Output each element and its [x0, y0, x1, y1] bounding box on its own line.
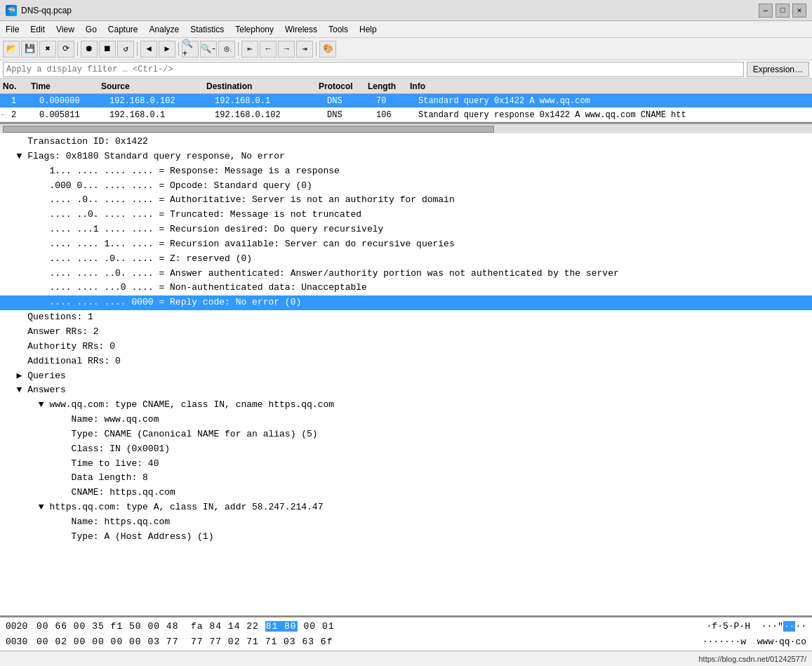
hscroll-thumb[interactable]: [3, 126, 494, 133]
hscroll-bar[interactable]: [0, 124, 812, 133]
header-source: Source: [98, 81, 204, 91]
filterbar: Expression…: [0, 60, 812, 79]
menu-wireless[interactable]: Wireless: [279, 23, 323, 36]
toolbar: 📂 💾 ✖ ⟳ ⏺ ⏹ ↺ ◀ ▶ 🔍+ 🔍- ◎ ⇤ ← → ⇥ 🎨: [0, 38, 812, 60]
maximize-button[interactable]: □: [776, 4, 790, 18]
packet-list-header: No. Time Source Destination Protocol Len…: [0, 79, 812, 94]
menu-view[interactable]: View: [51, 23, 80, 36]
packet-source: 192.168.0.1: [107, 110, 212, 120]
hex-row: 0030 00 02 00 00 00 00 03 77 77 77 02 71…: [0, 634, 812, 650]
toolbar-restart-btn[interactable]: ↺: [117, 41, 134, 58]
menu-statistics[interactable]: Statistics: [185, 23, 229, 36]
packet-no: 2: [8, 110, 36, 120]
titlebar-controls[interactable]: — □ ✕: [759, 4, 806, 18]
menu-file[interactable]: File: [0, 23, 25, 36]
row-arrow: →: [0, 97, 8, 105]
packet-time: 0.005811: [36, 110, 107, 120]
detail-line-answers[interactable]: ▼ Answers: [0, 383, 812, 398]
detail-line: Class: IN (0x0001): [0, 442, 812, 457]
packet-length: 70: [373, 96, 415, 106]
packet-protocol: DNS: [324, 110, 373, 120]
app-icon: 🦈: [6, 5, 17, 16]
packet-destination: 192.168.0.102: [212, 110, 324, 120]
detail-line: Additional RRs: 0: [0, 354, 812, 369]
toolbar-forward-btn[interactable]: ▶: [159, 41, 175, 58]
detail-line: .... .0.. .... .... = Authoritative: Ser…: [0, 193, 812, 208]
header-length: Length: [365, 81, 407, 91]
menu-go[interactable]: Go: [80, 23, 102, 36]
hex-offset: 0030: [6, 635, 31, 649]
detail-line: Answer RRs: 2: [0, 325, 812, 340]
statusbar-text: https://blog.csdn.net/01242577/: [698, 655, 806, 663]
table-row[interactable]: ← 2 0.005811 192.168.0.1 192.168.0.102 D…: [0, 108, 812, 122]
menubar: File Edit View Go Capture Analyze Statis…: [0, 21, 812, 38]
hex-pane: 0020 00 66 00 35 f1 50 00 48 fa 84 14 22…: [0, 617, 812, 651]
toolbar-colorize-btn[interactable]: 🎨: [319, 41, 336, 58]
minimize-button[interactable]: —: [759, 4, 773, 18]
detail-line-queries[interactable]: ▶ Queries: [0, 369, 812, 384]
detail-line: .... .... 1... .... = Recursion availabl…: [0, 237, 812, 252]
detail-line: Authority RRs: 0: [0, 340, 812, 354]
hex-bytes: 00 66 00 35 f1 50 00 48 fa 84 14 22 81 8…: [36, 620, 701, 634]
packet-length: 106: [373, 110, 415, 120]
titlebar-title: DNS-qq.pcap: [21, 6, 72, 15]
detail-line: 1... .... .... .... = Response: Message …: [0, 164, 812, 179]
toolbar-go-next-btn[interactable]: →: [278, 41, 295, 58]
toolbar-sep5: [316, 42, 317, 56]
toolbar-zoom-in-btn[interactable]: 🔍+: [182, 41, 199, 58]
row-arrow: ←: [0, 111, 8, 119]
detail-line: Questions: 1: [0, 310, 812, 325]
toolbar-go-first-btn[interactable]: ⇤: [241, 41, 258, 58]
packet-destination: 192.168.0.1: [212, 96, 324, 106]
toolbar-sep1: [77, 42, 78, 56]
hex-row: 0020 00 66 00 35 f1 50 00 48 fa 84 14 22…: [0, 619, 812, 634]
toolbar-zoom-normal-btn[interactable]: ◎: [218, 41, 235, 58]
expression-button[interactable]: Expression…: [747, 62, 809, 77]
detail-line-flags[interactable]: ▼ Flags: 0x8180 Standard query response,…: [0, 149, 812, 164]
detail-line: .000 0... .... .... = Opcode: Standard q…: [0, 179, 812, 194]
detail-pane[interactable]: Transaction ID: 0x1422 ▼ Flags: 0x8180 S…: [0, 133, 812, 617]
detail-line-a-record[interactable]: ▼ https.qq.com: type A, class IN, addr 5…: [0, 500, 812, 515]
toolbar-zoom-out-btn[interactable]: 🔍-: [200, 41, 217, 58]
menu-tools[interactable]: Tools: [323, 23, 354, 36]
toolbar-reload-btn[interactable]: ⟳: [58, 41, 74, 58]
menu-edit[interactable]: Edit: [25, 23, 51, 36]
hex-highlight: 81 80: [265, 621, 298, 632]
toolbar-open-btn[interactable]: 📂: [3, 41, 20, 58]
menu-telephony[interactable]: Telephony: [229, 23, 279, 36]
header-info: Info: [407, 81, 812, 91]
hex-ascii: ·······w www·qq·co: [703, 635, 806, 649]
toolbar-back-btn[interactable]: ◀: [140, 41, 157, 58]
packet-info: Standard query 0x1422 A www.qq.com: [415, 96, 812, 106]
menu-help[interactable]: Help: [354, 23, 382, 36]
toolbar-start-btn[interactable]: ⏺: [81, 41, 98, 58]
toolbar-go-last-btn[interactable]: ⇥: [296, 41, 313, 58]
menu-capture[interactable]: Capture: [102, 23, 144, 36]
detail-line: Type: A (Host Address) (1): [0, 530, 812, 545]
detail-line: .... .... .0.. .... = Z: reserved (0): [0, 252, 812, 267]
header-no: No.: [0, 81, 28, 91]
packet-protocol: DNS: [324, 96, 373, 106]
detail-line: .... .... ...0 .... = Non-authenticated …: [0, 281, 812, 295]
toolbar-save-btn[interactable]: 💾: [21, 41, 38, 58]
packet-list: No. Time Source Destination Protocol Len…: [0, 79, 812, 124]
toolbar-close-btn[interactable]: ✖: [39, 41, 56, 58]
detail-line: .... ...1 .... .... = Recursion desired:…: [0, 222, 812, 237]
packet-no: 1: [8, 96, 36, 106]
toolbar-sep4: [238, 42, 239, 56]
table-row[interactable]: → 1 0.000000 192.168.0.102 192.168.0.1 D…: [0, 94, 812, 108]
detail-line: .... ..0. .... .... = Truncated: Message…: [0, 208, 812, 222]
toolbar-stop-btn[interactable]: ⏹: [99, 41, 116, 58]
titlebar-left: 🦈 DNS-qq.pcap: [6, 5, 72, 16]
header-time: Time: [28, 81, 98, 91]
toolbar-go-prev-btn[interactable]: ←: [260, 41, 277, 58]
detail-line: CNAME: https.qq.com: [0, 486, 812, 500]
close-button[interactable]: ✕: [792, 4, 806, 18]
filter-input[interactable]: [3, 62, 744, 77]
detail-line-cname-record[interactable]: ▼ www.qq.com: type CNAME, class IN, cnam…: [0, 398, 812, 413]
hex-ascii: ·f·5·P·H ···"····: [707, 620, 806, 634]
header-destination: Destination: [204, 81, 316, 91]
detail-line: Data length: 8: [0, 471, 812, 486]
packet-info: Standard query response 0x1422 A www.qq.…: [415, 110, 812, 120]
menu-analyze[interactable]: Analyze: [144, 23, 185, 36]
